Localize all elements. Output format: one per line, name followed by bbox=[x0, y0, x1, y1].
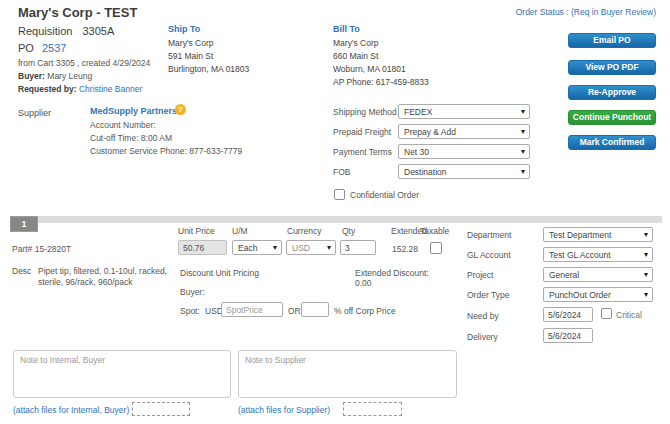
chevron-down-icon: ▾ bbox=[521, 106, 525, 118]
delivery-label: Delivery bbox=[467, 332, 498, 342]
ship-to-line: Mary's Corp bbox=[168, 37, 249, 50]
line-item-divider bbox=[10, 216, 662, 223]
item-description: Pipet tip, filtered, 0.1-10ul, racked, s… bbox=[38, 266, 175, 287]
requested-by-label: Requested by: bbox=[18, 84, 77, 94]
help-icon[interactable]: ? bbox=[175, 104, 186, 115]
gl-account-label: GL Account bbox=[467, 250, 511, 260]
prepaid-freight-select[interactable]: Prepay & Add ▾ bbox=[398, 124, 530, 139]
cart-info: from Cart 3305 , created 4/29/2024 bbox=[18, 58, 150, 68]
need-by-date-input[interactable] bbox=[543, 307, 593, 322]
po-number-link[interactable]: 2537 bbox=[42, 42, 66, 54]
bill-to-title: Bill To bbox=[333, 24, 360, 34]
attach-files-supplier-link[interactable]: (attach files for Supplier) bbox=[238, 405, 330, 415]
chevron-down-icon: ▾ bbox=[521, 126, 525, 138]
need-by-label: Need by bbox=[467, 311, 499, 321]
supplier-account-number: Account Number: bbox=[90, 120, 156, 130]
order-type-value: PunchOut Order bbox=[549, 290, 611, 300]
fob-value: Destination bbox=[404, 167, 447, 177]
bill-to-line: AP Phone: 617-459-8833 bbox=[333, 76, 429, 89]
order-type-select[interactable]: PunchOut Order ▾ bbox=[543, 287, 653, 302]
po-line: PO2537 bbox=[18, 42, 66, 54]
extended-value: 152.28 bbox=[392, 244, 418, 254]
confidential-order-checkbox[interactable] bbox=[334, 189, 345, 200]
department-value: Test Department bbox=[549, 230, 611, 240]
requisition-number: 3305A bbox=[82, 25, 114, 37]
note-to-supplier-textarea[interactable] bbox=[238, 350, 457, 398]
shipping-method-value: FEDEX bbox=[404, 107, 432, 117]
currency-value: USD bbox=[292, 243, 310, 253]
col-taxable: Taxable bbox=[420, 226, 449, 236]
payment-terms-label: Payment Terms bbox=[333, 147, 392, 157]
extended-discount-value: 0.00 bbox=[355, 278, 372, 288]
ship-to-line: 591 Main St bbox=[168, 50, 249, 63]
requisition-label: Requisition bbox=[18, 25, 72, 37]
taxable-checkbox[interactable] bbox=[430, 242, 442, 254]
chevron-down-icon: ▾ bbox=[521, 146, 525, 158]
view-po-pdf-button[interactable]: View PO PDF bbox=[568, 60, 656, 75]
confidential-order-label: Confidential Order bbox=[350, 190, 419, 200]
percent-suffix-label: % off Corp Price bbox=[334, 306, 396, 316]
mark-confirmed-button[interactable]: Mark Confirmed bbox=[568, 135, 656, 150]
bill-to-line: Mary's Corp bbox=[333, 37, 429, 50]
part-label: Part# bbox=[12, 244, 32, 254]
supplier-name-link[interactable]: MedSupply Partners bbox=[90, 106, 177, 116]
note-to-internal-textarea[interactable] bbox=[13, 350, 231, 398]
supplier-customer-service: Customer Service Phone: 877-633-7779 bbox=[90, 146, 242, 156]
spot-price-input[interactable] bbox=[221, 302, 283, 317]
percent-off-input[interactable] bbox=[301, 302, 329, 317]
department-select[interactable]: Test Department ▾ bbox=[543, 227, 653, 242]
payment-terms-value: Net 30 bbox=[404, 147, 429, 157]
supplier-cutoff-time: Cut-off Time: 8:00 AM bbox=[90, 133, 172, 143]
department-label: Department bbox=[467, 230, 511, 240]
payment-terms-select[interactable]: Net 30 ▾ bbox=[398, 144, 530, 159]
part-number: 15-2820T bbox=[35, 244, 71, 254]
critical-checkbox[interactable] bbox=[601, 308, 612, 319]
chevron-down-icon: ▾ bbox=[521, 166, 525, 178]
attach-dropzone-internal[interactable] bbox=[132, 402, 190, 416]
part-number-line: Part# 15-2820T bbox=[12, 244, 71, 254]
continue-punchout-button[interactable]: Continue Punchout bbox=[568, 110, 656, 125]
re-approve-button[interactable]: Re-Approve bbox=[568, 85, 656, 100]
po-detail-page: Mary's Corp - TEST Requisition3305A PO25… bbox=[0, 0, 670, 424]
requisition-line: Requisition3305A bbox=[18, 25, 114, 37]
shipping-method-select[interactable]: FEDEX ▾ bbox=[398, 104, 530, 119]
bill-to-address: Mary's Corp 660 Main St Woburn, MA 01801… bbox=[333, 37, 429, 89]
desc-label: Desc bbox=[12, 266, 31, 276]
order-status: Order Status : (Req in Buyer Review) bbox=[420, 7, 656, 17]
chevron-down-icon: ▾ bbox=[644, 229, 648, 241]
requested-by-name-link[interactable]: Christine Banner bbox=[79, 84, 142, 94]
col-currency: Currency bbox=[287, 226, 321, 236]
critical-label: Critical bbox=[616, 310, 642, 320]
attach-dropzone-supplier[interactable] bbox=[343, 402, 402, 416]
project-label: Project bbox=[467, 270, 493, 280]
currency-select[interactable]: USD ▾ bbox=[286, 240, 336, 255]
unit-price-input bbox=[178, 240, 227, 255]
email-po-button[interactable]: Email PO bbox=[568, 33, 656, 48]
qty-input[interactable] bbox=[340, 240, 376, 255]
requested-by-line: Requested by: Christine Banner bbox=[18, 84, 142, 94]
extended-discount-label: Extended Discount: bbox=[355, 268, 429, 278]
gl-account-value: Test GL Account bbox=[549, 250, 611, 260]
ship-to-line: Burlington, MA 01803 bbox=[168, 63, 249, 76]
order-type-label: Order Type bbox=[467, 290, 509, 300]
buyer-name: Mary Leung bbox=[47, 71, 92, 81]
uom-select[interactable]: Each ▾ bbox=[232, 240, 282, 255]
buyer-label: Buyer: bbox=[18, 71, 45, 81]
prepaid-freight-value: Prepay & Add bbox=[404, 127, 456, 137]
shipping-method-label: Shipping Method bbox=[333, 107, 397, 117]
delivery-date-input[interactable] bbox=[543, 328, 593, 343]
po-label: PO bbox=[18, 42, 34, 54]
discount-buyer-label: Buyer: bbox=[180, 287, 205, 297]
bill-to-line: 660 Main St bbox=[333, 50, 429, 63]
chevron-down-icon: ▾ bbox=[327, 242, 331, 254]
or-label: OR bbox=[288, 306, 301, 316]
bill-to-line: Woburn, MA 01801 bbox=[333, 63, 429, 76]
gl-account-select[interactable]: Test GL Account ▾ bbox=[543, 247, 653, 262]
project-select[interactable]: General ▾ bbox=[543, 267, 653, 282]
fob-select[interactable]: Destination ▾ bbox=[398, 164, 530, 179]
attach-files-internal-link[interactable]: (attach files for Internal, Buyer) bbox=[13, 405, 129, 415]
col-uom: U/M bbox=[232, 226, 248, 236]
spot-label: Spot: bbox=[180, 306, 200, 316]
fob-label: FOB bbox=[333, 167, 350, 177]
col-unit-price: Unit Price bbox=[178, 226, 215, 236]
